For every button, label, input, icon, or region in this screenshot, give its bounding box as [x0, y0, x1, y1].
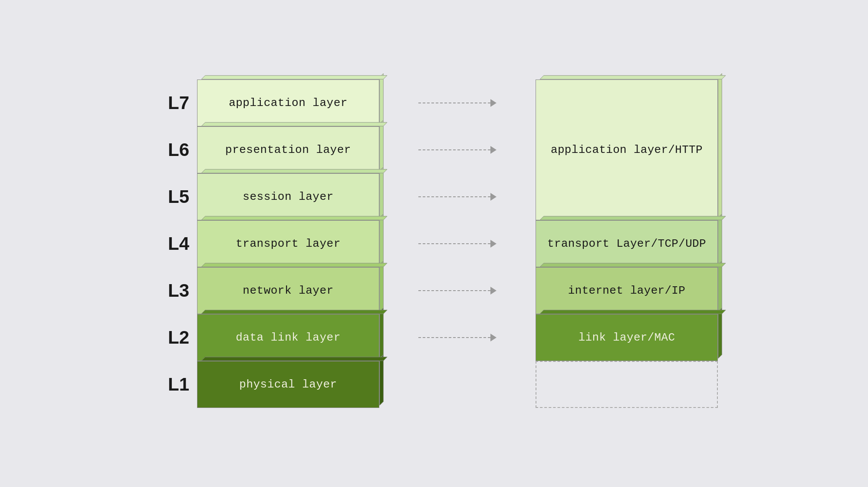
layer-top-l7	[201, 75, 388, 79]
dashed-arrow-l6	[418, 146, 496, 154]
layer-right-l5	[380, 167, 384, 218]
osi-layer-l6: L6 presentation layer	[150, 126, 379, 173]
dashed-arrow-l7	[418, 99, 496, 107]
layer-top-l2	[201, 310, 388, 314]
layer-label-l4: L4	[150, 233, 189, 254]
tcpip-link-front: link layer/MAC	[536, 314, 718, 361]
arrow-head-l7	[490, 99, 496, 107]
dashed-line-l5	[418, 196, 490, 197]
layer-front-l4: transport layer	[197, 220, 379, 267]
arrow-head-l6	[490, 146, 496, 154]
arrow-head-l2	[490, 334, 496, 341]
layer-front-l7: application layer	[197, 80, 379, 126]
osi-layer-l1: L1 physical layer	[150, 361, 379, 408]
arrow-head-l3	[490, 287, 496, 295]
tcpip-link-right-face	[718, 308, 722, 358]
tcpip-link-box: link layer/MAC	[536, 314, 718, 361]
tcpip-internet-top	[540, 263, 726, 267]
osi-layer-l7: L7 application layer	[150, 80, 379, 126]
tcpip-transport-top	[540, 216, 726, 220]
arrow-l4	[414, 220, 501, 267]
layer-top-l3	[201, 263, 388, 267]
layer-label-l3: L3	[150, 280, 189, 301]
dashed-line-l7	[418, 103, 490, 103]
layer-front-l5: session layer	[197, 173, 379, 220]
layer-top-l6	[201, 122, 388, 126]
dashed-line-l3	[418, 290, 490, 291]
layer-front-l6: presentation layer	[197, 126, 379, 173]
osi-layer-l4: L4 transport layer	[150, 220, 379, 267]
osi-layer-l3: L3 network layer	[150, 267, 379, 314]
arrow-l6	[414, 126, 501, 173]
dashed-arrow-l5	[418, 193, 496, 201]
layer-box-l7: application layer	[197, 80, 379, 126]
layer-front-l1: physical layer	[197, 361, 379, 408]
dashed-arrow-l2	[418, 334, 496, 341]
arrows-area	[414, 80, 501, 408]
layer-label-l5: L5	[150, 186, 189, 207]
layer-right-l1	[380, 354, 384, 405]
tcpip-physical-front	[536, 361, 718, 408]
layer-box-l6: presentation layer	[197, 126, 379, 173]
layer-box-l4: transport layer	[197, 220, 379, 267]
layer-front-l3: network layer	[197, 267, 379, 314]
tcpip-link-top	[540, 310, 726, 314]
layer-box-l2: data link layer	[197, 314, 379, 361]
layer-box-l1: physical layer	[197, 361, 379, 408]
layer-right-l3	[380, 261, 384, 311]
tcpip-physical-box	[536, 361, 718, 408]
tcpip-app-right	[718, 73, 722, 218]
layer-label-l1: L1	[150, 374, 189, 395]
arrow-l2	[414, 314, 501, 361]
layer-right-l2	[380, 308, 384, 358]
layer-label-l7: L7	[150, 93, 189, 113]
osi-layer-l2: L2 data link layer	[150, 314, 379, 361]
tcpip-app-front: application layer/HTTP	[536, 80, 718, 220]
layer-top-l5	[201, 169, 388, 173]
tcpip-internet-box: internet layer/IP	[536, 267, 718, 314]
layer-top-l1	[201, 357, 388, 361]
arrow-l5	[414, 173, 501, 220]
osi-layer-l5: L5 session layer	[150, 173, 379, 220]
dashed-line-l4	[418, 243, 490, 244]
tcpip-internet-right-face	[718, 261, 722, 311]
layer-label-l6: L6	[150, 139, 189, 160]
dashed-line-l2	[418, 337, 490, 338]
dashed-arrow-l3	[418, 287, 496, 295]
layer-box-l5: session layer	[197, 173, 379, 220]
dashed-arrow-l4	[418, 240, 496, 248]
layer-front-l2: data link layer	[197, 314, 379, 361]
arrow-l3	[414, 267, 501, 314]
tcpip-transport-front: transport Layer/TCP/UDP	[536, 220, 718, 267]
tcpip-transport-box: transport Layer/TCP/UDP	[536, 220, 718, 267]
tcpip-app-box: application layer/HTTP	[536, 80, 718, 220]
arrow-head-l5	[490, 193, 496, 201]
arrow-l7	[414, 80, 501, 126]
dashed-line-l6	[418, 149, 490, 150]
layer-right-l7	[380, 73, 384, 124]
tcpip-internet-front: internet layer/IP	[536, 267, 718, 314]
tcpip-app-top	[540, 75, 726, 79]
layer-right-l6	[380, 120, 384, 171]
osi-tcpip-diagram: L7 application layer L6 presentation lay…	[150, 80, 718, 408]
osi-stack: L7 application layer L6 presentation lay…	[150, 80, 379, 408]
layer-top-l4	[201, 216, 388, 220]
arrow-head-l4	[490, 240, 496, 248]
tcpip-transport-right-face	[718, 214, 722, 265]
arrow-l1	[414, 361, 501, 408]
layer-box-l3: network layer	[197, 267, 379, 314]
tcpip-stack: application layer/HTTP transport Layer/T…	[536, 80, 718, 408]
layer-right-l4	[380, 214, 384, 265]
layer-label-l2: L2	[150, 327, 189, 348]
